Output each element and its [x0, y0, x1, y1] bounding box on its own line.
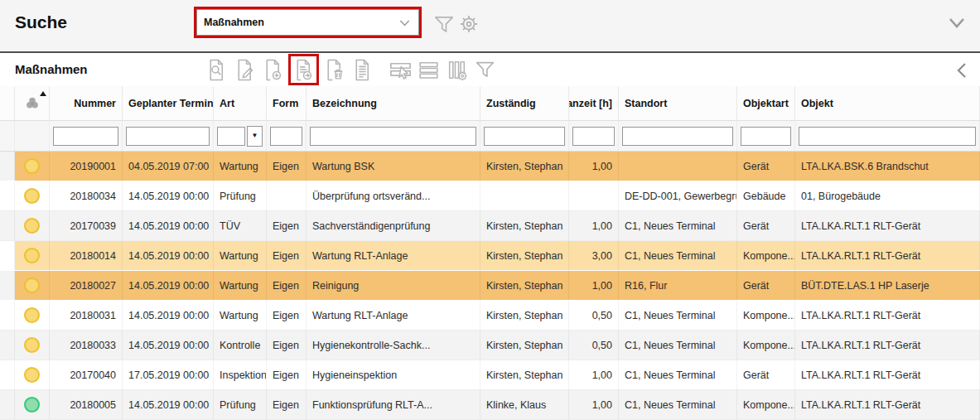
column-header-objekt[interactable]: Objekt — [795, 86, 980, 120]
document-copy-add-button[interactable] — [291, 56, 316, 84]
cell-standort: C1, Neues Terminal — [619, 241, 737, 270]
row-gutter — [0, 360, 15, 389]
filter-input-bezeichnung[interactable] — [310, 127, 476, 146]
row-select-button[interactable] — [388, 56, 413, 84]
search-filter-button[interactable] — [432, 11, 456, 37]
cell-form — [267, 181, 307, 210]
row-gutter — [0, 181, 15, 210]
cell-termin: 17.05.2019 00:00 — [123, 360, 214, 389]
document-add-button[interactable] — [260, 56, 286, 84]
document-preview-button[interactable] — [204, 56, 229, 84]
filter-cell-objektart — [737, 121, 795, 151]
table-row[interactable]: 2018003114.05.2019 00:00WartungEigenWart… — [0, 301, 980, 331]
cell-objekt: LTA.LKA.RLT.1 RLT-Gerät — [795, 390, 980, 419]
search-settings-button[interactable] — [456, 11, 481, 37]
cell-bezeichnung: Wartung RLT-Anlage — [307, 241, 480, 270]
cell-zustaendig: Kirsten, Stephan — [480, 331, 569, 360]
column-header-art[interactable]: Art — [214, 86, 267, 120]
filter-input-zustaendig[interactable] — [484, 127, 565, 146]
document-report-button[interactable] — [350, 56, 375, 84]
filter-funnel-icon — [432, 11, 456, 37]
column-label: Bezeichnung — [312, 98, 377, 109]
cell-art: Wartung — [214, 271, 267, 300]
table-row[interactable]: 2019000104.05.2019 07:00WartungEigenWart… — [0, 152, 980, 181]
table-row[interactable]: 2018000514.05.2019 00:00PrüfungEigenFunk… — [0, 390, 980, 420]
column-settings-button[interactable] — [444, 56, 470, 84]
filter-input-form[interactable] — [270, 127, 302, 146]
cell-termin: 04.05.2019 07:00 — [123, 152, 214, 181]
list-view-button[interactable] — [416, 56, 442, 84]
cell-bezeichnung: Hygienekontrolle-Sachk... — [307, 331, 480, 360]
chevron-left-icon — [954, 60, 969, 80]
cell-objektart: Gebäude — [737, 181, 795, 210]
filter-input-termin[interactable] — [126, 127, 210, 146]
cell-form: Eigen — [267, 301, 307, 330]
collapse-table-button[interactable] — [954, 60, 969, 80]
column-header-planzeit[interactable]: Planzeit [h] — [569, 86, 619, 120]
cell-objektart: Gerät — [737, 211, 795, 240]
cell-objektart: Gerät — [737, 152, 795, 181]
document-edit-button[interactable] — [232, 56, 258, 84]
cell-zustaendig: Kirsten, Stephan — [480, 241, 569, 270]
filter-input-standort[interactable] — [622, 127, 733, 146]
filter-input-objekt[interactable] — [799, 127, 976, 146]
column-label: Geplanter Termin — [128, 98, 214, 109]
filter-input-planzeit[interactable] — [572, 127, 615, 146]
column-header-gutter[interactable] — [0, 86, 15, 120]
cell-bezeichnung: Sachverständigenprüfung — [307, 211, 480, 240]
filter-cell-status — [15, 121, 50, 151]
table-row[interactable]: 2018002714.05.2019 00:00WartungEigenRein… — [0, 271, 980, 301]
cell-zustaendig: Kirsten, Stephan — [480, 152, 569, 181]
column-header-standort[interactable]: Standort — [619, 86, 737, 120]
cell-art: Prüfung — [214, 181, 267, 210]
cell-planzeit: 3,00 — [569, 241, 619, 270]
status-cell — [15, 271, 50, 300]
chevron-down-icon — [398, 16, 412, 30]
table-row[interactable]: 2017003914.05.2019 00:00TÜVEigenSachvers… — [0, 211, 980, 241]
row-gutter — [0, 241, 15, 270]
column-header-bezeichnung[interactable]: Bezeichnung — [307, 86, 480, 120]
column-header-objektart[interactable]: Objektart — [737, 86, 795, 120]
collapse-search-panel-button[interactable] — [946, 16, 968, 31]
column-label: Art — [220, 98, 234, 109]
row-select-icon — [388, 57, 413, 83]
filter-input-art[interactable] — [217, 127, 245, 146]
column-header-nummer[interactable]: Nummer — [50, 86, 123, 120]
filter-input-nummer[interactable] — [53, 127, 118, 146]
table-header-row: NummerGeplanter TerminArtFormBezeichnung… — [0, 86, 980, 121]
cell-objektart: Kompone... — [737, 390, 795, 419]
column-header-zustaendig[interactable]: Zuständig — [480, 86, 569, 120]
column-header-termin[interactable]: Geplanter Termin — [123, 86, 214, 120]
cell-nummer: 20180027 — [50, 271, 123, 300]
status-yellow-dot — [24, 218, 40, 234]
cell-standort: R16, Flur — [619, 271, 737, 300]
document-delete-button[interactable] — [321, 56, 347, 84]
column-settings-icon — [445, 57, 469, 83]
table-row[interactable]: 2018003314.05.2019 00:00KontrolleEigenHy… — [0, 331, 980, 360]
cell-zustaendig: Kirsten, Stephan — [480, 301, 569, 330]
column-header-status[interactable] — [15, 86, 50, 120]
filter-cell-objekt — [795, 121, 980, 151]
table-row[interactable]: 2017004017.05.2019 00:00InspektionEigenH… — [0, 360, 980, 390]
sort-ascending-icon — [40, 91, 46, 96]
column-header-form[interactable]: Form — [267, 86, 307, 120]
filter-button[interactable] — [472, 56, 498, 84]
cell-standort: C1, Neues Terminal — [619, 301, 737, 330]
cell-form: Eigen — [267, 241, 307, 270]
cell-standort: DE-DD-001, Gewerbegru... — [619, 181, 737, 210]
table-row[interactable]: 2018003414.05.2019 00:00PrüfungÜberprüfu… — [0, 181, 980, 211]
cell-planzeit: 1,00 — [569, 211, 619, 240]
table-filter-row: ▼ — [0, 121, 980, 152]
cell-objekt: 01, Bürogebäude — [795, 181, 980, 210]
status-cell — [15, 360, 50, 389]
document-copy-add-icon — [292, 57, 316, 83]
filter-input-objektart[interactable] — [741, 127, 791, 146]
table-row[interactable]: 2018001414.05.2019 00:00WartungEigenWart… — [0, 241, 980, 271]
cell-objektart: Gerät — [737, 271, 795, 300]
search-type-dropdown[interactable]: Maßnahmen — [196, 9, 419, 36]
cell-termin: 14.05.2019 00:00 — [123, 271, 214, 300]
filter-dropdown-button-art[interactable]: ▼ — [247, 126, 263, 147]
status-cell — [15, 390, 50, 419]
search-header: Suche Maßnahmen — [0, 0, 980, 51]
cell-nummer: 20170039 — [50, 211, 123, 240]
